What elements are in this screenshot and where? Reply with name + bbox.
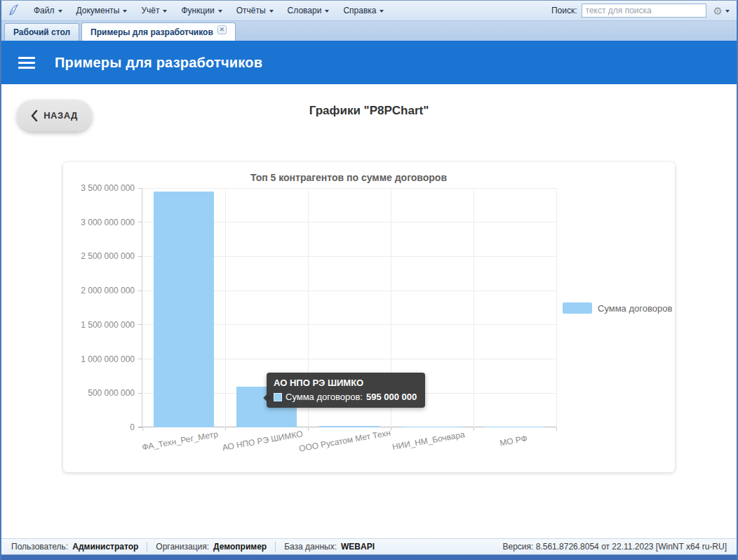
y-axis-label: 1 500 000 000 — [58, 320, 135, 330]
y-axis-label: 2 500 000 000 — [58, 251, 135, 261]
tooltip-series-swatch — [274, 393, 282, 401]
x-tick-mark — [556, 427, 557, 431]
y-tick-mark — [138, 291, 142, 291]
status-database: База данных: WEBAPI — [281, 542, 377, 552]
y-axis-label: 500 000 000 — [58, 388, 135, 398]
menu-item-dictionaries[interactable]: Словари — [281, 3, 337, 18]
tab-close-icon[interactable]: ✕ — [217, 25, 227, 34]
chart-tooltip: АО НПО РЭ ШИМКО Сумма договоров: 595 000… — [267, 373, 425, 408]
y-tick-mark — [138, 256, 142, 257]
tab-desktop[interactable]: Рабочий стол — [4, 23, 79, 41]
tab-label: Примеры для разработчиков — [90, 27, 213, 37]
y-axis-label: 3 500 000 000 — [58, 183, 135, 193]
status-user-value: Администратор — [72, 542, 138, 552]
tab-bar: Рабочий стол Примеры для разработчиков ✕ — [1, 21, 737, 41]
menu-item-documents[interactable]: Документы — [69, 3, 135, 18]
tab-label: Рабочий стол — [13, 27, 70, 37]
gridline — [142, 188, 556, 189]
chevron-down-icon — [218, 10, 222, 13]
menu-item-accounting[interactable]: Учёт — [134, 3, 174, 18]
tooltip-series-label: Сумма договоров: — [286, 392, 363, 402]
legend-item[interactable]: Сумма договоров — [563, 302, 672, 314]
menu-item-file[interactable]: Файл — [27, 3, 69, 18]
menu-item-label: Справка — [343, 6, 376, 15]
gridline — [225, 188, 226, 427]
search-input[interactable] — [582, 4, 706, 18]
gear-icon: ⚙ — [713, 6, 723, 16]
chevron-down-icon — [380, 10, 384, 13]
main-content: НАЗАД Графики "P8PChart" Топ 5 контраген… — [1, 84, 737, 538]
status-divider — [147, 542, 147, 552]
chart-card: Топ 5 контрагентов по сумме договоров ФА… — [63, 162, 675, 472]
chevron-down-icon — [163, 10, 167, 13]
y-tick-mark — [138, 359, 142, 359]
page-header: Примеры для разработчиков — [1, 41, 737, 84]
search-label: Поиск: — [551, 6, 577, 15]
menu-item-label: Учёт — [141, 6, 159, 15]
menu-item-label: Отчёты — [236, 6, 266, 15]
bar-4[interactable] — [402, 427, 462, 427]
chevron-down-icon — [725, 10, 730, 13]
status-org-label: Организация: — [156, 542, 209, 552]
menu-item-functions[interactable]: Функции — [174, 3, 229, 18]
window-bottom-frame — [1, 554, 737, 560]
x-tick-mark — [391, 427, 391, 431]
status-version: Версия: 8.561.8726.8054 от 22.11.2023 [W… — [502, 542, 730, 552]
x-axis-label: МО РФ — [499, 434, 528, 448]
chevron-down-icon — [123, 10, 127, 13]
y-tick-mark — [138, 188, 142, 189]
status-db-label: База данных: — [284, 542, 337, 552]
status-organization: Организация: Демопример — [153, 542, 269, 552]
app-quill-icon — [6, 4, 21, 18]
y-tick-mark — [138, 324, 142, 325]
chevron-down-icon — [58, 10, 62, 13]
legend-label: Сумма договоров — [598, 303, 672, 314]
y-tick-mark — [138, 393, 142, 394]
page-title: Графики "P8PChart" — [1, 104, 737, 118]
status-bar: Пользователь: Администратор Организация:… — [1, 538, 737, 554]
chart-title: Топ 5 контрагентов по сумме договоров — [142, 172, 556, 183]
status-user-label: Пользователь: — [11, 542, 68, 552]
bar-3[interactable] — [319, 426, 380, 427]
menu-item-label: Функции — [181, 6, 214, 15]
status-db-value: WEBAPI — [341, 542, 375, 552]
chevron-down-icon — [325, 10, 329, 13]
menu-item-label: Документы — [76, 6, 120, 15]
chevron-down-icon — [269, 10, 274, 13]
bar-1[interactable] — [154, 192, 214, 427]
x-tick-mark — [308, 427, 309, 431]
tab-developer-examples[interactable]: Примеры для разработчиков ✕ — [81, 22, 236, 41]
hamburger-menu-icon[interactable] — [18, 57, 35, 69]
y-axis-label: 0 — [58, 422, 135, 432]
status-org-value: Демопример — [213, 542, 267, 552]
menu-item-label: Словари — [288, 6, 322, 15]
x-axis-label: НИИ_НМ_Бочвара — [391, 429, 466, 452]
menu-item-help[interactable]: Справка — [336, 3, 391, 18]
y-axis-label: 3 000 000 000 — [58, 218, 135, 227]
y-axis-label: 2 000 000 000 — [58, 286, 135, 295]
settings-gear-button[interactable]: ⚙ — [711, 4, 732, 18]
x-axis-label: ФА_Техн_Рег_Метр — [141, 429, 218, 453]
x-tick-mark — [225, 427, 226, 431]
x-tick-mark — [474, 427, 474, 431]
legend-swatch — [563, 302, 592, 314]
y-axis-label: 1 000 000 000 — [58, 354, 135, 364]
bar-5[interactable] — [485, 427, 545, 427]
x-axis-label: ООО Русатом Мет Техн — [298, 428, 391, 454]
y-tick-mark — [138, 427, 142, 428]
x-tick-mark — [142, 427, 143, 431]
y-tick-mark — [138, 222, 142, 222]
tooltip-value: 595 000 000 — [366, 392, 417, 402]
menu-item-label: Файл — [34, 6, 55, 15]
gridline — [556, 188, 557, 427]
menu-bar: Файл Документы Учёт Функции Отчёты Слова… — [1, 1, 737, 21]
menu-item-reports[interactable]: Отчёты — [229, 3, 281, 18]
status-divider — [275, 542, 276, 552]
x-axis-label: АО НПО РЭ ШИМКО — [222, 429, 304, 453]
header-title: Примеры для разработчиков — [55, 55, 262, 71]
status-user: Пользователь: Администратор — [8, 542, 141, 552]
tooltip-title: АО НПО РЭ ШИМКО — [274, 378, 417, 388]
app-window: Файл Документы Учёт Функции Отчёты Слова… — [0, 0, 738, 560]
gridline — [474, 188, 474, 427]
